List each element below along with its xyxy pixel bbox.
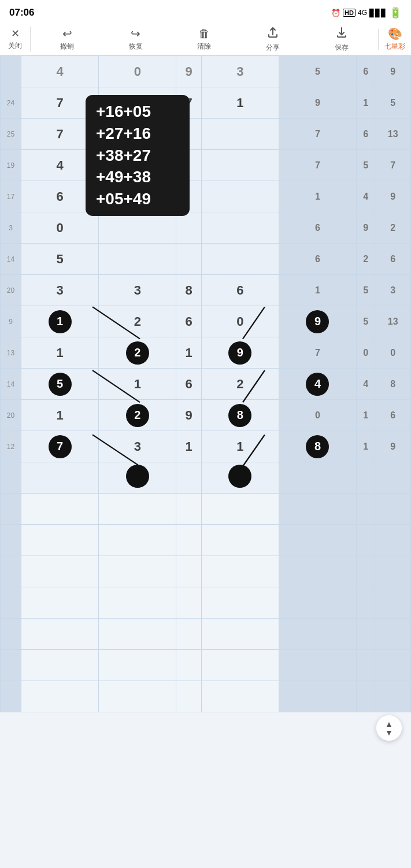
table-row <box>1 681 411 712</box>
table-cell <box>357 525 375 556</box>
table-cell: 5 <box>375 87 411 119</box>
table-cell <box>21 587 99 619</box>
table-cell <box>375 587 411 619</box>
table-row: 12 7 3 1 1 8 1 9 <box>1 431 411 462</box>
table-cell <box>201 681 279 712</box>
row-num: 14 <box>1 244 21 275</box>
tooltip-overlay: +16+05 +27+16 +38+27 +49+38 +05+49 <box>86 95 190 216</box>
table-cell <box>375 494 411 525</box>
table-cell: 5 <box>357 275 375 306</box>
table-cell <box>201 587 279 619</box>
row-num: 20 <box>1 275 21 306</box>
table-cell <box>176 556 201 587</box>
table-cell: 5 <box>21 369 99 400</box>
table-cell <box>357 462 375 494</box>
table-cell: 6 <box>176 306 201 337</box>
table-cell <box>201 119 279 150</box>
table-cell <box>176 681 201 712</box>
close-button[interactable]: ✕ 关闭 <box>0 27 31 52</box>
table-cell: 1 <box>99 369 176 400</box>
row-num <box>1 56 21 87</box>
table-cell: 6 <box>357 119 375 150</box>
table-cell: 13 <box>375 119 411 150</box>
table-cell <box>99 587 176 619</box>
table-cell <box>21 619 99 650</box>
table-cell: 9 <box>279 306 356 337</box>
table-cell: 4 <box>21 56 99 87</box>
toolbar-actions: ↩ 撤销 ↪ 恢复 🗑 清除 分享 保存 <box>31 26 378 53</box>
table-cell: 9 <box>201 337 279 369</box>
table-row <box>1 556 411 587</box>
table-cell: 6 <box>279 244 356 275</box>
row-num: 12 <box>1 431 21 462</box>
table-cell: 5 <box>21 244 99 275</box>
table-cell <box>201 494 279 525</box>
clear-label: 清除 <box>197 42 211 52</box>
table-cell <box>375 650 411 681</box>
dot-right <box>228 465 251 488</box>
table-cell <box>21 525 99 556</box>
redo-button[interactable]: ↪ 恢复 <box>122 27 150 52</box>
circle-5: 5 <box>49 373 72 396</box>
table-cell: 6 <box>357 56 375 87</box>
clear-button[interactable]: 🗑 清除 <box>190 27 218 52</box>
table-cell: 9 <box>279 87 356 119</box>
share-button[interactable]: 分享 <box>259 26 287 53</box>
table-cell: 6 <box>176 369 201 400</box>
table-cell <box>21 494 99 525</box>
table-cell: 3 <box>99 431 176 462</box>
row-num: 24 <box>1 87 21 119</box>
table-cell: 2 <box>201 369 279 400</box>
table-cell: 7 <box>279 337 356 369</box>
save-button[interactable]: 保存 <box>328 26 356 53</box>
table-cell <box>176 494 201 525</box>
table-cell <box>357 681 375 712</box>
table-cell <box>176 619 201 650</box>
table-cell <box>201 619 279 650</box>
share-icon <box>266 26 279 42</box>
table-cell <box>279 619 356 650</box>
table-row: 24 7 9 7 1 9 1 5 <box>1 87 411 119</box>
table-cell: 9 <box>375 431 411 462</box>
lottery-table: 4 0 9 3 5 6 9 24 7 9 7 1 9 1 5 25 <box>0 56 411 712</box>
table-cell: 9 <box>176 400 201 431</box>
circle-9a: 9 <box>306 310 329 333</box>
undo-button[interactable]: ↩ 撤销 <box>53 27 81 52</box>
table-row: 19 4 7 5 7 <box>1 150 411 181</box>
table-cell <box>279 650 356 681</box>
alarm-icon: ⏰ <box>331 9 340 17</box>
row-num <box>1 681 21 712</box>
table-cell: 3 <box>375 275 411 306</box>
table-cell <box>201 462 279 494</box>
table-cell <box>99 619 176 650</box>
table-cell: 6 <box>279 212 356 244</box>
close-label: 关闭 <box>8 41 22 51</box>
table-cell <box>201 650 279 681</box>
table-cell: 5 <box>357 150 375 181</box>
table-cell <box>176 587 201 619</box>
table-row: 9 1 2 6 0 9 5 13 <box>1 306 411 337</box>
table-row <box>1 650 411 681</box>
scroll-button[interactable]: ▲ ▼ <box>376 715 402 741</box>
row-num: 17 <box>1 181 21 212</box>
special-button[interactable]: 🎨 七星彩 <box>379 27 411 52</box>
row-num <box>1 525 21 556</box>
main-content: 4 0 9 3 5 6 9 24 7 9 7 1 9 1 5 25 <box>0 56 411 712</box>
table-cell: 6 <box>201 275 279 306</box>
scroll-down-icon: ▼ <box>385 729 393 737</box>
signal-bars: ▊▊▊ <box>369 9 387 17</box>
table-cell <box>99 556 176 587</box>
redo-icon: ↪ <box>131 27 140 41</box>
table-cell: 7 <box>375 150 411 181</box>
table-cell <box>21 681 99 712</box>
table-cell <box>99 212 176 244</box>
table-cell: 1 <box>279 275 356 306</box>
table-cell: 0 <box>375 337 411 369</box>
table-cell: 6 <box>375 400 411 431</box>
redo-label: 恢复 <box>129 42 143 52</box>
table-cell: 0 <box>21 212 99 244</box>
row-num: 9 <box>1 306 21 337</box>
table-cell: 8 <box>201 400 279 431</box>
table-row: 25 7 7 6 13 <box>1 119 411 150</box>
row-num: 20 <box>1 400 21 431</box>
